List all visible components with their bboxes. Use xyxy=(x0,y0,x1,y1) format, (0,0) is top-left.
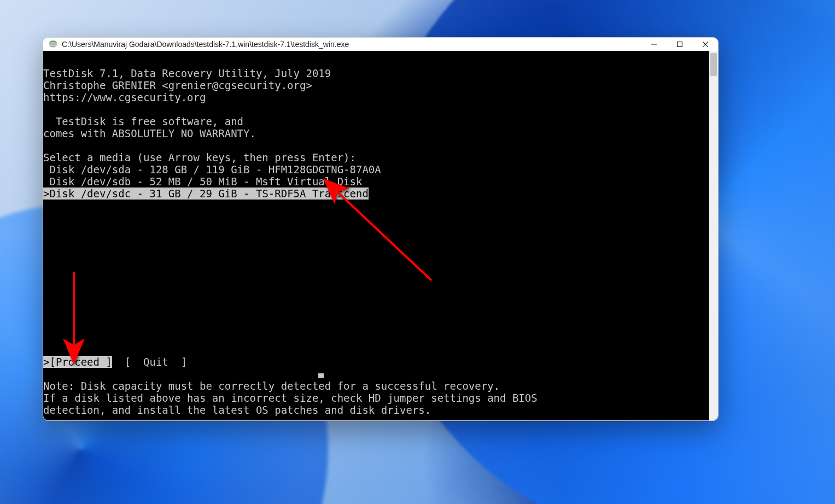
menu-row: >[Proceed ] [ Quit ] xyxy=(43,356,187,368)
close-button[interactable] xyxy=(692,38,718,51)
menu-proceed-button[interactable]: >[Proceed ] xyxy=(43,356,112,368)
console-line: TestDisk 7.1, Data Recovery Utility, Jul… xyxy=(43,67,331,79)
console-line: comes with ABSOLUTELY NO WARRANTY. xyxy=(43,127,256,139)
cursor-line xyxy=(43,368,324,380)
console-line: detection, and install the latest OS pat… xyxy=(43,404,431,416)
vertical-scrollbar[interactable] xyxy=(709,51,718,420)
app-icon xyxy=(49,40,57,49)
text-cursor-icon xyxy=(318,373,324,378)
console-line: TestDisk is free software, and xyxy=(43,115,243,127)
maximize-button[interactable] xyxy=(667,38,692,51)
window-title: C:\Users\Manuviraj Godara\Downloads\test… xyxy=(62,40,349,49)
console-line: If a disk listed above has an incorrect … xyxy=(43,392,538,404)
menu-gap xyxy=(112,356,125,368)
disk-item: Disk /dev/sda - 128 GB / 119 GiB - HFM12… xyxy=(43,163,381,175)
console-line: Note: Disk capacity must be correctly de… xyxy=(43,380,500,392)
console-window: C:\Users\Manuviraj Godara\Downloads\test… xyxy=(43,37,719,421)
selection-caret: > xyxy=(43,356,49,368)
console-line: Christophe GRENIER <grenier@cgsecurity.o… xyxy=(43,79,312,91)
scroll-thumb[interactable] xyxy=(710,53,717,76)
selected-disk-text: Disk /dev/sdc - 31 GB / 29 GiB - TS-RDF5… xyxy=(49,187,368,200)
console-output[interactable]: TestDisk 7.1, Data Recovery Utility, Jul… xyxy=(43,51,709,420)
disk-item-selected[interactable]: >Disk /dev/sdc - 31 GB / 29 GiB - TS-RDF… xyxy=(43,187,369,200)
window-controls xyxy=(641,38,718,51)
console-line: https://www.cgsecurity.org xyxy=(43,91,206,103)
svg-rect-3 xyxy=(677,42,682,47)
menu-proceed-label: [Proceed ] xyxy=(49,356,112,368)
console-line: Select a media (use Arrow keys, then pre… xyxy=(43,151,356,163)
minimize-button[interactable] xyxy=(641,38,667,51)
menu-quit-button[interactable]: [ Quit ] xyxy=(125,356,187,368)
title-bar[interactable]: C:\Users\Manuviraj Godara\Downloads\test… xyxy=(43,38,718,51)
selection-caret: > xyxy=(43,187,49,200)
disk-item: Disk /dev/sdb - 52 MB / 50 MiB - Msft Vi… xyxy=(43,175,362,187)
console-client-area: TestDisk 7.1, Data Recovery Utility, Jul… xyxy=(43,51,718,420)
